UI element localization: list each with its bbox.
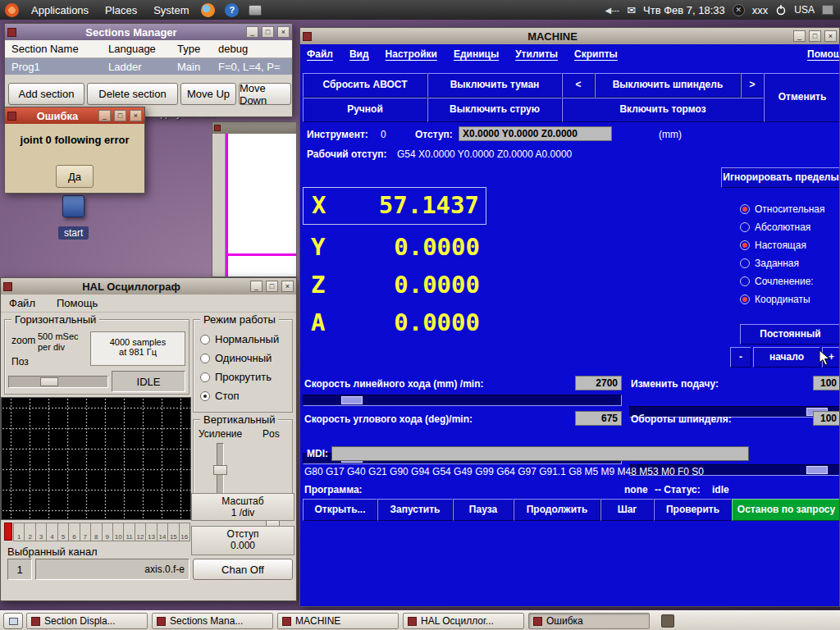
axis-a-readout[interactable]: A 0.0000 [303, 307, 486, 341]
chan-off-button[interactable]: Chan Off [193, 559, 293, 580]
mode-roll[interactable]: Прокрутить [200, 371, 272, 383]
move-down-button[interactable]: Move Down [239, 83, 291, 105]
section-display-titlebar[interactable] [212, 122, 296, 134]
axis-x-readout[interactable]: X 57.1437 [303, 187, 486, 225]
show-desktop-button[interactable] [3, 613, 23, 629]
scope-display[interactable] [1, 397, 191, 520]
maximize-button[interactable]: □ [809, 30, 821, 42]
sections-manager-titlebar[interactable]: Sections Manager _ □ × [5, 24, 292, 40]
sections-table-row[interactable]: Prog1 Ladder Main F=0, L=4, P= [5, 58, 292, 75]
scope-titlebar[interactable]: HAL Осциллограф _ □ × [1, 278, 296, 294]
radio-relative[interactable]: Относительная [740, 203, 825, 215]
add-section-button[interactable]: Add section [8, 83, 84, 105]
channel-button[interactable]: 8 [90, 523, 102, 541]
menu-item[interactable]: Утилиты [515, 48, 558, 60]
user-switch-icon[interactable]: ✕ [733, 4, 745, 16]
col-header[interactable]: Language [108, 43, 177, 55]
channel-button[interactable]: 15 [167, 523, 179, 541]
distributor-logo-icon[interactable] [5, 3, 19, 17]
spindle-faster-button[interactable]: > [741, 73, 764, 98]
col-header[interactable]: debug [218, 43, 292, 55]
mode-manual-button[interactable]: Ручной [303, 98, 427, 122]
minimize-button[interactable]: _ [246, 26, 258, 38]
section-display-window[interactable] [212, 121, 297, 277]
taskbar-item-error[interactable]: Ошибка [528, 613, 650, 629]
spindle-slower-button[interactable]: < [562, 73, 595, 98]
network-indicator[interactable]: ◀--- [605, 6, 619, 15]
channel-button[interactable]: 2 [24, 523, 35, 541]
radio-joint[interactable]: Сочленение: [740, 276, 814, 287]
mode-normal[interactable]: Нормальный [200, 333, 279, 345]
menu-item[interactable]: Единицы [454, 48, 499, 60]
channel-source[interactable]: axis.0.f-e [35, 559, 189, 580]
screenshot-icon[interactable] [249, 5, 262, 16]
power-icon[interactable] [775, 4, 787, 16]
flood-button[interactable]: Выключить струю [427, 98, 562, 122]
gain-slider[interactable] [217, 443, 224, 497]
channel-button[interactable]: 12 [135, 523, 146, 541]
maximize-button[interactable]: □ [114, 110, 126, 121]
menu-item[interactable]: Файл [307, 48, 333, 60]
minimize-button[interactable]: _ [250, 281, 262, 292]
linear-jog-speed-slider[interactable] [303, 395, 622, 406]
help-icon[interactable]: ? [225, 3, 239, 17]
jog-continuous-button[interactable]: Постоянный [740, 324, 840, 345]
firefox-icon[interactable] [201, 3, 215, 17]
channel-button[interactable]: 13 [145, 523, 157, 541]
maximize-button[interactable]: □ [266, 281, 278, 292]
horizontal-pos-slider[interactable] [8, 376, 108, 388]
resume-button[interactable]: Продолжить [514, 499, 600, 521]
clock[interactable]: Чтв Фев 7, 18:33 [643, 4, 725, 16]
close-button[interactable]: × [277, 26, 290, 38]
channel-button[interactable]: 14 [157, 523, 168, 541]
maximize-button[interactable]: □ [262, 26, 274, 38]
tray-applet-icon[interactable] [661, 614, 674, 628]
channel-button[interactable]: 1 [13, 523, 25, 541]
jog-minus-button[interactable]: - [730, 347, 751, 368]
ok-button[interactable]: Да [56, 165, 94, 188]
channel-button[interactable]: 16 [179, 523, 190, 541]
abort-button[interactable]: Отменить [764, 73, 840, 122]
channel-button[interactable]: 3 [35, 523, 47, 541]
channel-button[interactable]: 5 [57, 523, 69, 541]
channel-button[interactable]: 4 [46, 523, 57, 541]
close-button[interactable]: × [130, 110, 142, 121]
mode-single[interactable]: Одиночный [200, 352, 272, 364]
tray-icon[interactable] [822, 5, 833, 15]
menu-help[interactable]: Помощь [57, 297, 98, 309]
taskbar-item-section-display[interactable]: Section Displa... [26, 613, 148, 629]
close-button[interactable]: × [281, 281, 294, 292]
menu-item[interactable]: Настройки [386, 48, 437, 60]
menu-item[interactable]: Вид [349, 48, 369, 60]
brake-button[interactable]: Включить тормоз [562, 98, 764, 122]
start-launcher-label[interactable]: start [58, 226, 89, 240]
channel-button[interactable]: 6 [68, 523, 80, 541]
mail-icon[interactable]: ✉ [627, 4, 636, 16]
start-launcher-icon[interactable] [62, 195, 84, 217]
taskbar-item-machine[interactable]: MACHINE [277, 613, 399, 629]
minimize-button[interactable]: _ [793, 30, 806, 42]
verify-button[interactable]: Проверить [654, 499, 732, 521]
optional-stop-button[interactable]: Останов по запросу [732, 499, 840, 521]
axis-y-readout[interactable]: Y 0.0000 [303, 231, 486, 266]
error-dialog-titlebar[interactable]: Ошибка _ □ × [5, 107, 144, 124]
col-header[interactable]: Type [177, 43, 218, 55]
trigger-marker[interactable] [4, 523, 12, 541]
spindle-button[interactable]: Выключить шпиндель [595, 73, 741, 98]
radio-absolute[interactable]: Абсолютная [740, 221, 810, 233]
delete-section-button[interactable]: Delete section [87, 83, 178, 105]
move-up-button[interactable]: Move Up [180, 83, 236, 105]
radio-commanded[interactable]: Заданная [740, 258, 799, 269]
channel-button[interactable]: 7 [80, 523, 91, 541]
run-button[interactable]: Запустить [377, 499, 453, 521]
mdi-input[interactable] [331, 446, 749, 461]
menu-help[interactable]: Помощь [807, 48, 840, 60]
channel-button[interactable]: 10 [112, 523, 124, 541]
taskbar-item-sections-manager[interactable]: Sections Mana... [152, 613, 273, 629]
axis-z-readout[interactable]: Z 0.0000 [303, 269, 486, 304]
open-button[interactable]: Открыть... [303, 499, 377, 521]
radio-world[interactable]: Координаты [740, 294, 810, 305]
panel-menu[interactable]: Places [103, 2, 139, 18]
panel-menu[interactable]: Applications [29, 2, 91, 18]
panel-menu[interactable]: System [151, 2, 191, 18]
